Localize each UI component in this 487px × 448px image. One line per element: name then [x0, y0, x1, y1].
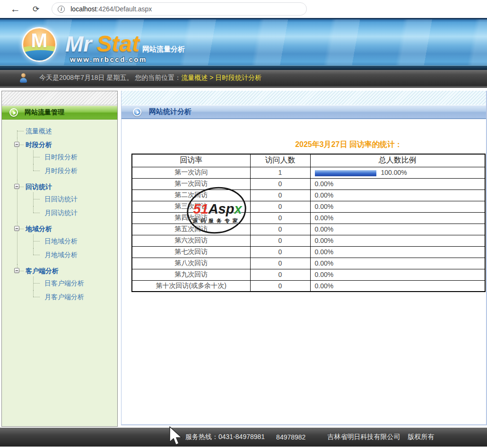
tree-child-link[interactable]: 日时段分析	[44, 153, 78, 161]
tree-child-link[interactable]: 日回访统计	[44, 195, 78, 203]
tree-link[interactable]: 回访统计	[26, 183, 52, 190]
tree-link[interactable]: 客户端分析	[26, 267, 59, 275]
brand-site-url: www.mrbccd.com	[70, 55, 147, 63]
tree-child-node: 日客户端分析	[33, 276, 117, 290]
address-bar[interactable]: i localhost:4264/Default.aspx	[52, 2, 307, 16]
ratio-value: 0.00%	[315, 271, 334, 278]
main-panel-title: 网站统计分析	[149, 107, 191, 116]
cell-ratio: 100.00%	[310, 167, 485, 178]
main-panel: 网站统计分析 2025年3月27日 回访率的统计： 回访率访问人数总人数比例 第…	[121, 91, 487, 425]
cell-return-label: 第二次回访	[132, 190, 250, 201]
cell-ratio: 0.00%	[310, 201, 485, 212]
footer-company: 吉林省明日科技有限公司	[327, 433, 400, 441]
main-content: 2025年3月27日 回访率的统计： 回访率访问人数总人数比例 第一次访问110…	[122, 120, 486, 425]
ratio-value: 0.00%	[315, 203, 334, 210]
status-bar: 今天是2008年7月18日 星期五。 您的当前位置：流量概述 > 日时段统计分析	[0, 70, 487, 88]
tree-child-link[interactable]: 月时段分析	[44, 167, 78, 174]
tree-child-link[interactable]: 月客户端分析	[44, 293, 84, 301]
table-row: 第三次回访00.00%	[132, 201, 485, 212]
tree-node: 回访统计日回访统计月回访统计	[17, 180, 117, 222]
table-row: 第一次访问1100.00%	[132, 167, 485, 178]
sidebar: 网站流量管理 流量概述时段分析日时段分析月时段分析回访统计日回访统计月回访统计地…	[1, 91, 118, 427]
url-host: localhost	[70, 5, 96, 13]
table-row: 第二次回访00.00%	[132, 190, 485, 201]
cell-visitors: 0	[250, 280, 310, 292]
cell-visitors: 0	[250, 258, 310, 269]
breadcrumb[interactable]: 流量概述 > 日时段统计分析	[181, 74, 261, 81]
status-text: 今天是2008年7月18日 星期五。 您的当前位置：流量概述 > 日时段统计分析	[39, 74, 261, 82]
tree-link[interactable]: 时段分析	[26, 141, 52, 148]
tree-node: 地域分析日地域分析月地域分析	[17, 222, 117, 264]
tree-link[interactable]: 流量概述	[26, 127, 52, 135]
cell-return-label: 第一次回访	[132, 178, 250, 190]
user-icon	[20, 73, 27, 83]
cell-ratio: 0.00%	[310, 280, 485, 292]
cell-visitors: 0	[250, 269, 310, 280]
cell-return-label: 第一次访问	[132, 167, 250, 178]
cell-visitors: 0	[250, 178, 310, 190]
table-row: 第六次回访00.00%	[132, 235, 485, 246]
tree-child-link[interactable]: 月回访统计	[44, 209, 78, 216]
cell-return-label: 第四次回访	[132, 212, 250, 224]
cell-ratio: 0.00%	[310, 212, 485, 224]
mrstat-logo-icon: M	[22, 27, 57, 62]
logo-letter: M	[23, 29, 55, 52]
back-icon[interactable]: ←	[10, 3, 20, 15]
ratio-value: 100.00%	[381, 169, 407, 176]
tree-link[interactable]: 地域分析	[26, 225, 52, 233]
tree-child-node: 日回访统计	[33, 192, 117, 206]
play-icon	[133, 108, 141, 116]
cell-visitors: 0	[250, 224, 310, 235]
tree-child-node: 月时段分析	[33, 164, 117, 178]
sidebar-tree: 流量概述时段分析日时段分析月时段分析回访统计日回访统计月回访统计地域分析日地域分…	[17, 124, 117, 306]
table-row: 第九次回访00.00%	[132, 269, 485, 280]
footer-copyright: 版权所有	[408, 433, 434, 441]
sidebar-header[interactable]: 网站流量管理	[2, 105, 117, 120]
table-header-cell: 总人数比例	[310, 154, 485, 167]
site-banner: M MrStat网站流量分析 www.mrbccd.com	[0, 18, 487, 70]
collapse-icon[interactable]	[14, 184, 19, 189]
collapse-icon[interactable]	[14, 226, 19, 231]
tree-node: 客户端分析日客户端分析月客户端分析	[17, 264, 117, 306]
ratio-value: 0.00%	[315, 214, 334, 222]
tree-node: 时段分析日时段分析月时段分析	[17, 138, 117, 180]
cell-return-label: 第九次回访	[132, 269, 250, 280]
collapse-icon[interactable]	[14, 268, 19, 273]
stats-table-body: 第一次访问1100.00%第一次回访00.00%第二次回访00.00%第三次回访…	[132, 167, 485, 292]
cell-ratio: 0.00%	[310, 178, 485, 190]
info-icon[interactable]: i	[58, 6, 65, 13]
tree-child-link[interactable]: 月地域分析	[44, 251, 78, 258]
tree-child-link[interactable]: 日客户端分析	[44, 279, 84, 287]
stats-table: 回访率访问人数总人数比例 第一次访问1100.00%第一次回访00.00%第二次…	[131, 154, 486, 292]
main-hatch-strip	[122, 91, 486, 105]
ratio-bar	[315, 170, 376, 176]
cell-return-label: 第三次回访	[132, 201, 250, 212]
brand-subtitle: 网站流量分析	[142, 45, 185, 53]
cell-visitors: 0	[250, 201, 310, 212]
cell-visitors: 0	[250, 246, 310, 258]
footer-bar: 服务热线：0431-84978981 84978982 吉林省明日科技有限公司 …	[0, 428, 487, 447]
browser-chrome: ← ⟳ i localhost:4264/Default.aspx	[0, 0, 487, 18]
brand-title: MrStat网站流量分析	[65, 31, 185, 57]
cell-ratio: 0.00%	[310, 269, 485, 280]
cell-ratio: 0.00%	[310, 258, 485, 269]
tree-child-node: 月回访统计	[33, 206, 117, 220]
tree-node: 流量概述	[17, 124, 117, 138]
cell-visitors: 1	[250, 167, 310, 178]
footer-hotline: 服务热线：0431-84978981	[185, 433, 265, 441]
tree-child-link[interactable]: 日地域分析	[44, 237, 78, 245]
ratio-value: 0.00%	[315, 237, 334, 244]
tree-child-node: 月客户端分析	[33, 290, 117, 304]
ratio-value: 0.00%	[315, 225, 334, 233]
cell-return-label: 第五次回访	[132, 224, 250, 235]
refresh-icon[interactable]: ⟳	[33, 4, 39, 14]
table-header-cell: 回访率	[132, 154, 250, 167]
collapse-icon[interactable]	[14, 142, 19, 147]
page: ← ⟳ i localhost:4264/Default.aspx M MrSt…	[0, 0, 487, 448]
table-row: 第一次回访00.00%	[132, 178, 485, 190]
cell-return-label: 第七次回访	[132, 246, 250, 258]
footer-phone2: 84978982	[276, 433, 305, 441]
cell-ratio: 0.00%	[310, 190, 485, 201]
tree-child-node: 日时段分析	[33, 150, 117, 164]
ratio-value: 0.00%	[315, 191, 334, 199]
